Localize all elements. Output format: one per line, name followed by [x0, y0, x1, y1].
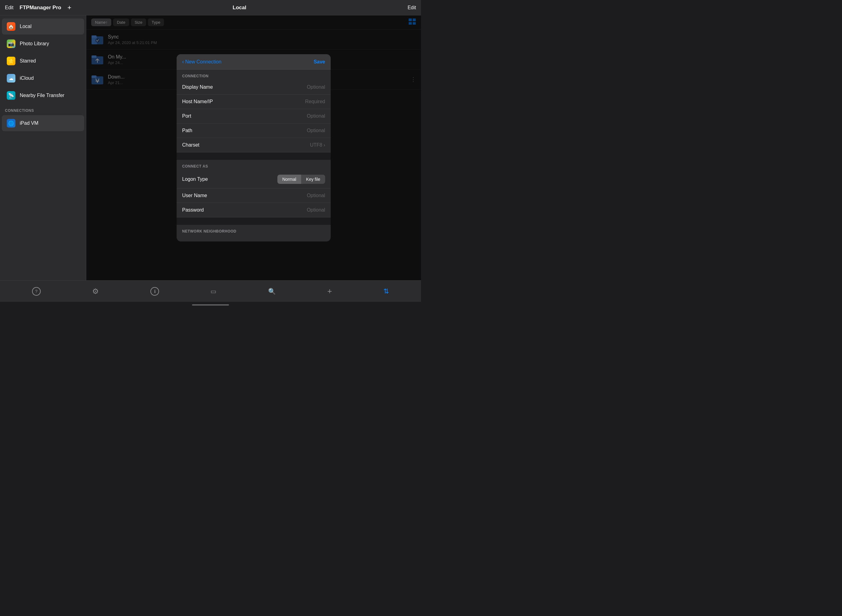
charset-label: Charset — [182, 142, 200, 148]
edit-right-button[interactable]: Edit — [407, 5, 416, 10]
sidebar-item-nearby[interactable]: 📡 Nearby File Transfer — [2, 88, 84, 104]
sidebar-item-starred-label: Starred — [20, 58, 36, 64]
port-row[interactable]: Port Optional — [176, 109, 331, 123]
sidebar-item-nearby-label: Nearby File Transfer — [20, 93, 65, 98]
chevron-right-icon: › — [323, 142, 325, 148]
password-label: Password — [182, 207, 204, 213]
user-name-row[interactable]: User Name Optional — [176, 189, 331, 203]
modal-header: ‹ New Connection Save — [176, 54, 331, 70]
starred-icon: ⭐ — [7, 57, 15, 65]
user-name-value: Optional — [307, 193, 325, 198]
panel-title: Local — [233, 4, 246, 11]
panel-icon: ▭ — [210, 287, 216, 295]
search-icon: 🔍 — [268, 287, 276, 295]
password-row[interactable]: Password Optional — [176, 203, 331, 217]
sidebar-item-local-label: Local — [20, 24, 31, 29]
host-name-row[interactable]: Host Name/IP Required — [176, 95, 331, 109]
app-title: FTPManager Pro — [20, 4, 61, 11]
sidebar-item-ipad-vm[interactable]: 🌐 iPad VM — [2, 115, 84, 131]
photo-icon: 📷 — [7, 40, 15, 48]
host-name-value: Required — [305, 99, 325, 104]
logon-normal-button[interactable]: Normal — [278, 175, 301, 184]
file-panel: Name↑ Date Size Type — [86, 15, 421, 280]
sidebar-item-starred[interactable]: ⭐ Starred — [2, 53, 84, 69]
network-section-header: NETWORK NEIGHBORHOOD — [176, 225, 331, 235]
sidebar-item-local[interactable]: 🏠 Local — [2, 19, 84, 35]
sidebar-item-icloud[interactable]: ☁ iCloud — [2, 70, 84, 86]
modal-back-label: New Connection — [185, 59, 221, 65]
logon-type-row: Logon Type Normal Key file — [176, 170, 331, 189]
home-indicator — [0, 302, 421, 308]
modal-back-button[interactable]: ‹ New Connection — [182, 59, 221, 65]
logon-type-selector: Normal Key file — [278, 175, 325, 184]
add-button[interactable]: + — [323, 285, 336, 298]
sidebar-item-connection-label: iPad VM — [20, 120, 38, 126]
add-icon: + — [327, 286, 332, 296]
connections-header: CONNECTIONS — [0, 104, 86, 114]
back-arrow-icon: ‹ — [182, 59, 184, 65]
sort-icon: ⇅ — [384, 287, 389, 295]
bottom-toolbar: ? ⚙ ℹ ▭ 🔍 + ⇅ — [0, 280, 421, 302]
sidebar-item-photo[interactable]: 📷 Photo Library — [2, 36, 84, 52]
path-label: Path — [182, 128, 192, 133]
port-label: Port — [182, 113, 191, 119]
charset-value: UTF8 › — [310, 142, 325, 148]
user-name-label: User Name — [182, 193, 207, 198]
settings-icon: ⚙ — [92, 287, 99, 296]
top-bar-left: Edit FTPManager Pro + — [5, 4, 72, 12]
new-connection-modal: ‹ New Connection Save CONNECTION Display… — [176, 54, 331, 242]
local-icon: 🏠 — [7, 22, 15, 31]
sidebar: 🏠 Local 📷 Photo Library ⭐ Starred ☁ iClo… — [0, 15, 86, 280]
connection-icon: 🌐 — [7, 119, 15, 128]
modal-separator-2 — [176, 217, 331, 225]
icloud-icon: ☁ — [7, 74, 15, 82]
sort-button[interactable]: ⇅ — [380, 286, 392, 297]
port-value: Optional — [307, 113, 325, 119]
help-icon: ? — [32, 287, 41, 296]
display-name-value: Optional — [307, 84, 325, 90]
modal-overlay: ‹ New Connection Save CONNECTION Display… — [86, 15, 421, 280]
display-name-row[interactable]: Display Name Optional — [176, 80, 331, 95]
settings-button[interactable]: ⚙ — [88, 285, 103, 298]
modal-save-button[interactable]: Save — [314, 59, 325, 65]
connection-section-header: CONNECTION — [176, 70, 331, 80]
main-content: 🏠 Local 📷 Photo Library ⭐ Starred ☁ iClo… — [0, 15, 421, 280]
add-connection-button[interactable]: + — [68, 4, 72, 12]
logon-type-label: Logon Type — [182, 176, 208, 182]
info-icon: ℹ — [150, 287, 159, 296]
edit-left-button[interactable]: Edit — [5, 5, 13, 10]
path-row[interactable]: Path Optional — [176, 123, 331, 138]
search-button[interactable]: 🔍 — [265, 286, 279, 297]
logon-keyfile-button[interactable]: Key file — [301, 175, 325, 184]
path-value: Optional — [307, 128, 325, 133]
help-button[interactable]: ? — [28, 285, 44, 298]
home-bar — [192, 304, 229, 305]
connect-as-section-header: CONNECT AS — [176, 160, 331, 170]
password-value: Optional — [307, 207, 325, 213]
charset-row[interactable]: Charset UTF8 › — [176, 138, 331, 153]
modal-separator — [176, 153, 331, 160]
sidebar-item-photo-label: Photo Library — [20, 41, 49, 47]
network-section-content — [176, 235, 331, 242]
sidebar-item-icloud-label: iCloud — [20, 75, 34, 81]
nearby-icon: 📡 — [7, 91, 15, 100]
host-name-label: Host Name/IP — [182, 99, 213, 104]
top-bar: Edit FTPManager Pro + Local Edit — [0, 0, 421, 15]
panel-button[interactable]: ▭ — [207, 286, 220, 297]
display-name-label: Display Name — [182, 84, 213, 90]
info-button[interactable]: ℹ — [147, 285, 163, 298]
